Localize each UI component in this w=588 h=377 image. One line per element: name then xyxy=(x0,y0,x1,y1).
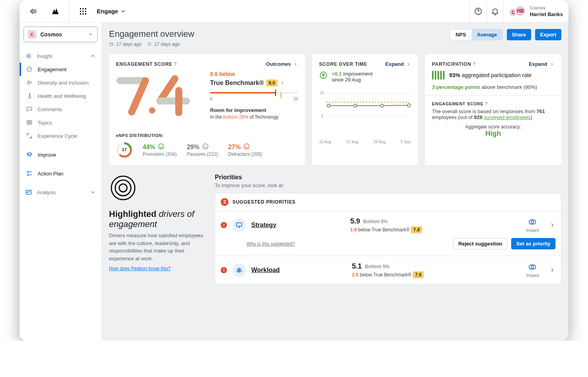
priority-name-link[interactable]: Workload xyxy=(251,267,280,274)
svg-point-32 xyxy=(244,144,249,149)
sidebar-item-engagement[interactable]: Engagement xyxy=(20,63,102,76)
last-responses-date: 17 days ago xyxy=(147,41,180,47)
user-menu[interactable]: C HB Cosmos Harriet Banks xyxy=(504,5,568,18)
sidebar-item-experience-cycle[interactable]: Experience Cycle xyxy=(20,129,102,143)
enps-passives: 29% Passives (222) xyxy=(187,143,218,157)
sidebar-item-topics[interactable]: Topics xyxy=(20,116,102,129)
svg-point-14 xyxy=(30,82,31,83)
svg-point-4 xyxy=(82,11,84,12)
help-icon[interactable]: ? xyxy=(485,101,488,106)
chevron-down-icon xyxy=(90,189,96,196)
chevron-right-icon xyxy=(293,62,298,67)
org-name: Cosmos xyxy=(40,31,62,38)
help-icon[interactable]: ? xyxy=(174,61,177,67)
surveyed-employees-link[interactable]: surveyed employees xyxy=(484,114,530,120)
engagement-score-card: ENGAGEMENT SCORE ? Outcomes xyxy=(109,54,305,165)
comment-icon xyxy=(26,106,33,113)
help-icon[interactable]: ? xyxy=(473,61,476,67)
svg-point-1 xyxy=(82,8,84,9)
gauge-icon xyxy=(26,66,33,73)
accuracy-label: Aggregate score accuracy: xyxy=(432,124,554,130)
set-as-priority-button[interactable]: Set as priority xyxy=(511,238,555,249)
impact-icon xyxy=(528,263,537,271)
insight-icon xyxy=(25,52,32,60)
priority-benchmark: 1.9 below True Benchmark® 7.8 xyxy=(350,227,452,233)
chevron-right-icon[interactable] xyxy=(549,222,555,228)
chevron-right-icon[interactable] xyxy=(549,267,555,273)
benchmark-link[interactable]: True Benchmark® 8.0 xyxy=(210,79,298,87)
user-company: Cosmos xyxy=(530,5,563,11)
page-title: Engagement overview xyxy=(109,29,194,39)
topbar: Engage C HB Cosmos Harriet Banks xyxy=(20,0,568,23)
priority-score: 5.1Bottom 5% xyxy=(352,262,454,271)
svg-point-29 xyxy=(203,144,208,149)
export-button[interactable]: Export xyxy=(535,29,561,40)
svg-point-19 xyxy=(27,171,29,173)
frown-icon xyxy=(243,143,250,152)
sidebar-item-diversity[interactable]: Diversity and Inclusion xyxy=(20,76,102,89)
enps-heading: eNPS DISTRIBUTION: xyxy=(116,133,298,138)
participation-card: PARTICIPATION ? Expand 93% aggregated pa… xyxy=(425,54,561,165)
reject-suggestion-button[interactable]: Reject suggestion xyxy=(453,238,507,249)
priority-name-link[interactable]: Strategy xyxy=(251,222,276,229)
sidebar-item-improve[interactable]: Improve xyxy=(20,148,102,161)
bell-icon[interactable] xyxy=(487,3,503,20)
priority-benchmark: 2.5 below True Benchmark® 7.6 xyxy=(352,272,454,278)
analysis-icon xyxy=(25,189,32,196)
nav-section-insight[interactable]: Insight xyxy=(20,49,102,63)
product-switcher[interactable]: Engage xyxy=(97,8,126,14)
org-picker[interactable]: C Cosmos xyxy=(24,27,98,42)
why-suggested-link[interactable]: Why is this suggested? xyxy=(247,241,295,247)
chevron-right-icon xyxy=(550,62,554,67)
how-peakon-knows-link[interactable]: How does Peakon know this? xyxy=(109,266,171,271)
svg-point-5 xyxy=(85,11,87,12)
impact-indicator: Impact xyxy=(526,218,539,233)
toggle-average[interactable]: Average xyxy=(472,29,503,40)
response-count-text: The overall score is based on responses … xyxy=(432,108,554,120)
svg-point-8 xyxy=(85,13,87,14)
user-avatar: HB xyxy=(515,5,526,16)
sidebar-item-comments[interactable]: Comments xyxy=(20,103,102,116)
people-icon xyxy=(26,79,33,86)
outcomes-link[interactable]: Outcomes xyxy=(266,61,298,67)
collapse-sidebar-button[interactable] xyxy=(25,3,42,20)
sidebar-item-health[interactable]: Health and Wellbeing xyxy=(20,89,102,103)
priorities-count-badge: 3 xyxy=(221,198,229,206)
expand-participation-link[interactable]: Expand xyxy=(529,61,554,67)
svg-point-44 xyxy=(407,104,410,107)
sidebar: C Cosmos Insight Engagement Diversity an… xyxy=(20,23,102,341)
svg-point-10 xyxy=(478,13,479,13)
product-name: Engage xyxy=(97,8,118,14)
impact-indicator: Impact xyxy=(526,263,539,278)
main: Engagement overview 17 days ago 17 days … xyxy=(102,23,568,341)
enps-gauge: 17 xyxy=(116,142,132,158)
svg-point-33 xyxy=(245,146,246,146)
toggle-nps[interactable]: NPS xyxy=(450,29,472,40)
chevron-right-icon xyxy=(280,81,285,85)
participation-rate: 93% aggregated participation rate xyxy=(449,72,532,78)
score-delta: 0.6 below xyxy=(210,71,298,77)
improvement-text: +0.1 improvementsince 29 Aug xyxy=(332,71,372,83)
arrow-up-circle-icon xyxy=(319,71,328,79)
svg-point-30 xyxy=(204,146,205,146)
last-survey-date: 17 days ago xyxy=(109,41,142,47)
score-over-time-card: SCORE OVER TIME Expand +0.1 improvements… xyxy=(312,54,418,165)
clock-icon xyxy=(147,42,152,47)
accuracy-value: High xyxy=(432,130,554,138)
svg-point-13 xyxy=(28,81,30,83)
expand-sot-link[interactable]: Expand xyxy=(385,61,411,67)
apps-menu-icon[interactable] xyxy=(75,3,91,20)
svg-rect-48 xyxy=(236,223,242,226)
action-plan-icon xyxy=(26,170,33,177)
svg-point-2 xyxy=(85,8,87,9)
nav-section-analysis[interactable]: Analysis xyxy=(20,186,102,199)
chevron-down-icon xyxy=(120,9,126,14)
balance-icon xyxy=(232,263,246,277)
engagement-score-number xyxy=(116,71,206,118)
help-icon[interactable] xyxy=(470,3,486,20)
sidebar-item-action-plan[interactable]: Action Plan xyxy=(20,167,102,180)
share-button[interactable]: Share xyxy=(507,29,531,40)
enps-promoters: 44% Promoters (334) xyxy=(143,143,177,157)
rfi-line: In the bottom 25% of Technology xyxy=(210,114,298,120)
svg-point-41 xyxy=(327,104,330,107)
